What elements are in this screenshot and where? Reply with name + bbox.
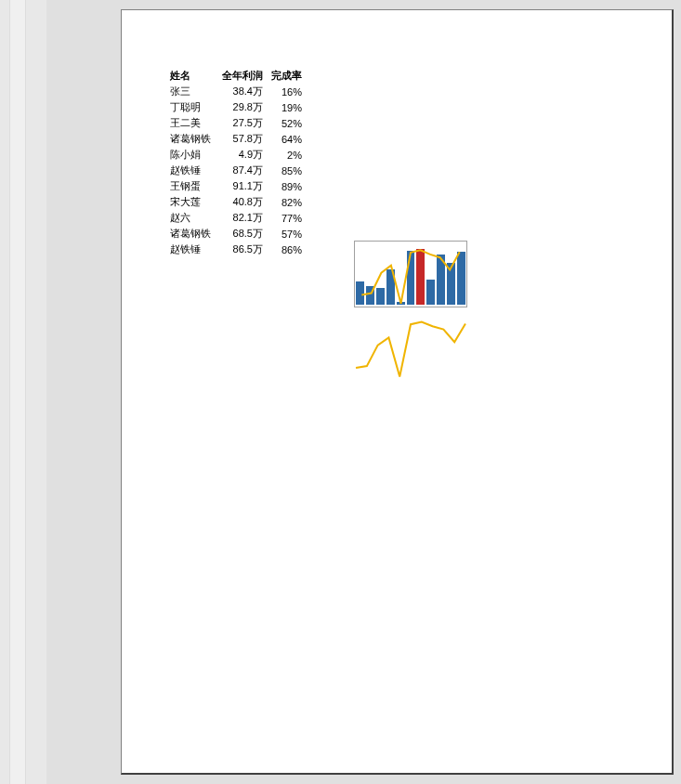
- col-profit: 全年利润: [218, 68, 267, 84]
- cell-name: 王钢蛋: [166, 178, 218, 194]
- document-page: 姓名 全年利润 完成率 张三38.4万16%丁聪明29.8万19%王二美27.5…: [121, 9, 674, 775]
- cell-profit: 4.9万: [218, 147, 267, 163]
- cell-rate: 19%: [267, 99, 306, 115]
- cell-profit: 91.1万: [218, 178, 267, 194]
- cell-profit: 40.8万: [218, 194, 267, 210]
- cell-name: 赵铁锤: [166, 242, 218, 257]
- table-row: 赵六82.1万77%: [166, 210, 306, 226]
- cell-rate: 85%: [267, 163, 306, 178]
- cell-name: 王二美: [166, 115, 218, 131]
- table-row: 诸葛钢铁57.8万64%: [166, 131, 306, 147]
- cell-name: 赵六: [166, 210, 218, 226]
- rate-spark-line: [354, 311, 467, 382]
- table-row: 赵铁锤87.4万85%: [166, 163, 306, 178]
- scrollbar-track[interactable]: [9, 0, 26, 784]
- cell-profit: 29.8万: [218, 99, 267, 115]
- chart-bar: [407, 251, 415, 305]
- cell-rate: 82%: [267, 194, 306, 210]
- cell-profit: 27.5万: [218, 115, 267, 131]
- col-name: 姓名: [166, 68, 218, 84]
- cell-name: 丁聪明: [166, 99, 218, 115]
- table-row: 张三38.4万16%: [166, 84, 306, 99]
- col-rate: 完成率: [267, 68, 306, 84]
- table-row: 宋大莲40.8万82%: [166, 194, 306, 210]
- chart-bar: [457, 252, 465, 305]
- chart-bar: [376, 288, 385, 305]
- cell-rate: 77%: [267, 210, 306, 226]
- table-header-row: 姓名 全年利润 完成率: [166, 68, 306, 84]
- chart-bar: [386, 269, 395, 305]
- cell-rate: 86%: [267, 242, 306, 257]
- chart-bar: [447, 263, 455, 305]
- chart-bar: [426, 280, 435, 305]
- cell-profit: 38.4万: [218, 84, 267, 99]
- cell-rate: 2%: [267, 147, 306, 163]
- chart-bar: [437, 255, 445, 305]
- cell-name: 陈小娟: [166, 147, 218, 163]
- table-row: 赵铁锤86.5万86%: [166, 242, 306, 257]
- table-row: 王钢蛋91.1万89%: [166, 178, 306, 194]
- cell-profit: 86.5万: [218, 242, 267, 257]
- chart-group: [354, 241, 475, 385]
- data-table: 姓名 全年利润 完成率 张三38.4万16%丁聪明29.8万19%王二美27.5…: [166, 68, 306, 257]
- table-row: 诸葛钢铁68.5万57%: [166, 226, 306, 242]
- cell-rate: 89%: [267, 178, 306, 194]
- cell-rate: 57%: [267, 226, 306, 242]
- profit-bar-chart: [354, 241, 467, 307]
- chart-bar: [356, 281, 364, 305]
- cell-name: 张三: [166, 84, 218, 99]
- cell-name: 赵铁锤: [166, 163, 218, 178]
- cell-name: 诸葛钢铁: [166, 226, 218, 242]
- gutter: [0, 0, 46, 784]
- table-row: 王二美27.5万52%: [166, 115, 306, 131]
- cell-name: 宋大莲: [166, 194, 218, 210]
- cell-name: 诸葛钢铁: [166, 131, 218, 147]
- cell-rate: 64%: [267, 131, 306, 147]
- table-row: 丁聪明29.8万19%: [166, 99, 306, 115]
- chart-bar: [416, 249, 425, 305]
- cell-rate: 16%: [267, 84, 306, 99]
- cell-profit: 82.1万: [218, 210, 267, 226]
- table-row: 陈小娟4.9万2%: [166, 147, 306, 163]
- cell-profit: 68.5万: [218, 226, 267, 242]
- chart-bar: [397, 302, 405, 305]
- cell-rate: 52%: [267, 115, 306, 131]
- cell-profit: 87.4万: [218, 163, 267, 178]
- cell-profit: 57.8万: [218, 131, 267, 147]
- chart-bar: [366, 286, 374, 305]
